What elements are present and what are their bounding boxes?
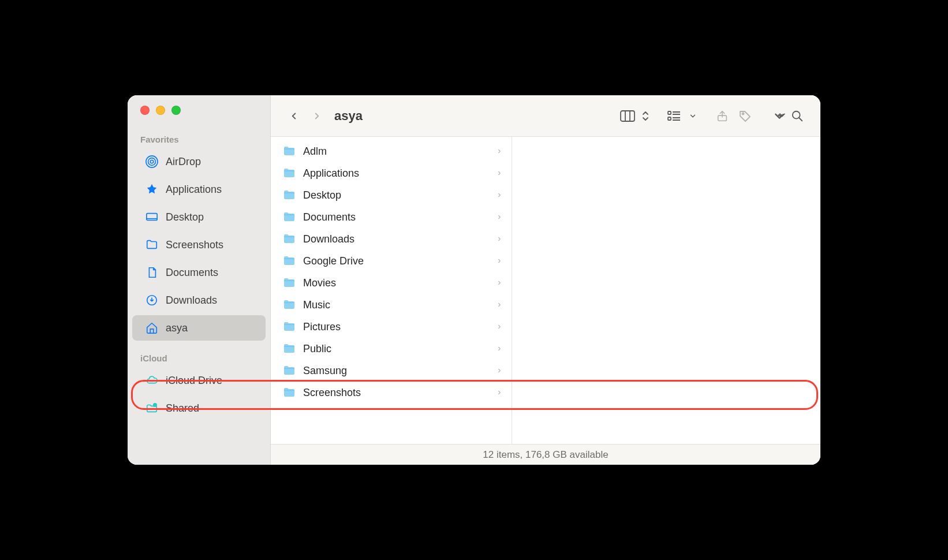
sidebar-item-label: AirDrop <box>166 156 201 168</box>
folder-icon <box>282 276 296 290</box>
folder-icon <box>282 386 296 400</box>
folder-row[interactable]: Desktop <box>271 184 512 206</box>
svg-point-18 <box>742 113 744 114</box>
folder-row[interactable]: Public <box>271 338 512 360</box>
chevron-right-icon <box>497 367 502 375</box>
overflow-icon[interactable] <box>774 104 786 128</box>
folder-icon <box>282 254 296 268</box>
svg-rect-3 <box>147 214 157 221</box>
share-button[interactable] <box>711 104 734 128</box>
sidebar-item-label: Shared <box>166 402 199 415</box>
document-icon <box>145 266 159 279</box>
folder-icon <box>282 188 296 202</box>
folder-row[interactable]: Music <box>271 294 512 316</box>
sidebar-item-home[interactable]: asya <box>132 315 266 341</box>
chevron-right-icon <box>497 169 502 177</box>
folder-row[interactable]: Samsung <box>271 360 512 382</box>
folder-icon <box>282 342 296 356</box>
minimize-window-button[interactable] <box>156 106 165 115</box>
apps-icon <box>145 182 159 196</box>
folder-row[interactable]: Movies <box>271 272 512 294</box>
svg-line-20 <box>799 117 803 121</box>
folder-row[interactable]: Pictures <box>271 316 512 338</box>
folder-row[interactable]: Downloads <box>271 228 512 250</box>
sidebar-item-airdrop[interactable]: AirDrop <box>132 149 266 174</box>
folder-icon <box>282 298 296 312</box>
folder-label: Music <box>303 299 490 311</box>
folder-icon <box>282 144 296 158</box>
sidebar: Favorites AirDrop Applications <box>128 95 271 465</box>
sidebar-item-screenshots[interactable]: Screenshots <box>132 232 266 257</box>
folder-label: Movies <box>303 277 490 289</box>
folder-label: Screenshots <box>303 387 490 399</box>
chevron-right-icon <box>497 147 502 155</box>
svg-point-0 <box>150 160 154 163</box>
folder-icon <box>282 232 296 246</box>
folder-row[interactable]: Documents <box>271 206 512 228</box>
preview-pane <box>512 137 820 444</box>
content-area: AdlmApplicationsDesktopDocumentsDownload… <box>271 137 820 444</box>
shared-icon <box>145 401 159 415</box>
folder-row[interactable]: Screenshots <box>271 382 512 404</box>
folder-icon <box>282 320 296 334</box>
folder-label: Pictures <box>303 321 490 333</box>
back-button[interactable] <box>282 104 305 128</box>
window-controls <box>128 106 270 115</box>
main-area: asya <box>271 95 820 465</box>
sidebar-item-label: Desktop <box>166 211 204 223</box>
status-text: 12 items, 176,8 GB available <box>483 449 608 461</box>
status-bar: 12 items, 176,8 GB available <box>271 444 820 465</box>
chevron-right-icon <box>497 345 502 353</box>
folder-label: Documents <box>303 211 490 223</box>
sidebar-item-desktop[interactable]: Desktop <box>132 204 266 230</box>
close-window-button[interactable] <box>140 106 150 115</box>
folder-row[interactable]: Applications <box>271 162 512 184</box>
chevron-right-icon <box>497 301 502 309</box>
view-updown-icon[interactable] <box>639 104 652 128</box>
column-view-pane[interactable]: AdlmApplicationsDesktopDocumentsDownload… <box>271 137 512 444</box>
folder-label: Applications <box>303 167 490 180</box>
finder-window: Favorites AirDrop Applications <box>128 95 820 465</box>
sidebar-item-label: iCloud Drive <box>166 375 222 387</box>
desktop-icon <box>145 210 159 224</box>
chevron-right-icon <box>497 257 502 265</box>
sidebar-section-favorites: Favorites <box>128 131 270 148</box>
chevron-right-icon <box>497 235 502 243</box>
folder-label: Google Drive <box>303 255 490 267</box>
folder-icon <box>282 364 296 378</box>
downloads-icon <box>145 293 159 307</box>
sidebar-item-label: asya <box>166 322 188 334</box>
folder-icon <box>145 238 159 252</box>
home-icon <box>145 321 159 335</box>
folder-label: Adlm <box>303 145 490 158</box>
group-button[interactable] <box>663 104 686 128</box>
sidebar-item-documents[interactable]: Documents <box>132 260 266 285</box>
window-title: asya <box>334 109 363 124</box>
folder-label: Samsung <box>303 365 490 377</box>
sidebar-item-label: Documents <box>166 267 218 279</box>
toolbar: asya <box>271 95 820 137</box>
sidebar-section-icloud: iCloud <box>128 350 270 367</box>
chevron-right-icon <box>497 191 502 199</box>
view-columns-button[interactable] <box>616 104 639 128</box>
sidebar-item-shared[interactable]: Shared <box>132 395 266 421</box>
search-button[interactable] <box>786 104 809 128</box>
chevron-down-icon[interactable] <box>686 104 699 128</box>
cloud-icon <box>145 374 159 387</box>
sidebar-item-label: Screenshots <box>166 239 223 251</box>
sidebar-item-icloud-drive[interactable]: iCloud Drive <box>132 368 266 393</box>
chevron-right-icon <box>497 389 502 397</box>
svg-rect-11 <box>668 111 671 114</box>
folder-row[interactable]: Google Drive <box>271 250 512 272</box>
tag-button[interactable] <box>734 104 757 128</box>
chevron-right-icon <box>497 213 502 221</box>
folder-label: Desktop <box>303 189 490 201</box>
maximize-window-button[interactable] <box>171 106 181 115</box>
sidebar-item-downloads[interactable]: Downloads <box>132 288 266 313</box>
chevron-right-icon <box>497 279 502 287</box>
folder-row[interactable]: Adlm <box>271 140 512 162</box>
forward-button[interactable] <box>305 104 329 128</box>
sidebar-item-applications[interactable]: Applications <box>132 177 266 202</box>
svg-rect-12 <box>668 117 671 120</box>
svg-rect-8 <box>621 111 635 121</box>
